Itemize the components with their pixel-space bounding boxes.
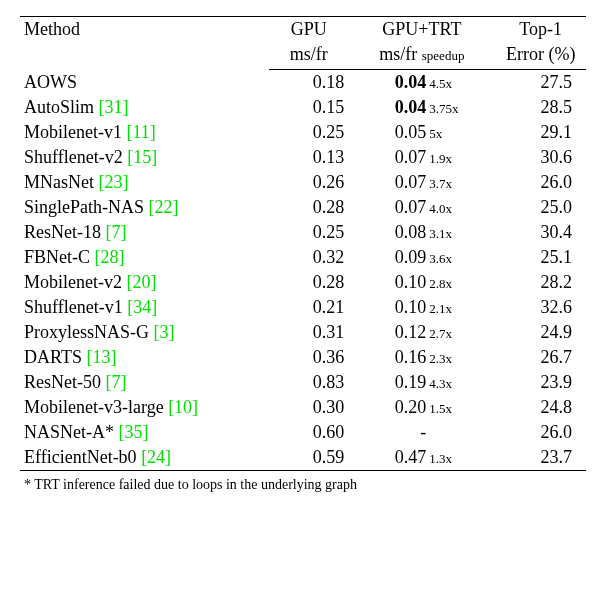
trt-speedup: 1.5x <box>426 401 459 417</box>
header-err-top: Top-1 <box>495 17 586 43</box>
cell-gpu: 0.15 <box>269 95 348 120</box>
table-row: AOWS0.180.044.5x27.5 <box>20 70 586 96</box>
cell-trt: 0.471.3x <box>348 445 495 471</box>
trt-value: 0.04 <box>384 97 426 118</box>
trt-speedup: 2.3x <box>426 351 459 367</box>
cell-trt: 0.093.6x <box>348 245 495 270</box>
cell-method: EfficientNet-b0 [24] <box>20 445 269 471</box>
table-row: Mobilenet-v2 [20]0.280.102.8x28.2 <box>20 270 586 295</box>
cell-trt: 0.073.7x <box>348 170 495 195</box>
trt-speedup: 1.9x <box>426 151 459 167</box>
citation-link[interactable]: [15] <box>127 147 157 167</box>
citation-link[interactable]: [20] <box>126 272 156 292</box>
cell-error: 30.4 <box>495 220 586 245</box>
trt-speedup: 1.3x <box>426 451 459 467</box>
method-name: ProxylessNAS-G <box>24 322 149 342</box>
citation-link[interactable]: [7] <box>105 372 126 392</box>
method-name: ResNet-18 <box>24 222 101 242</box>
citation-link[interactable]: [7] <box>105 222 126 242</box>
table-body: AOWS0.180.044.5x27.5AutoSlim [31]0.150.0… <box>20 70 586 471</box>
trt-value: 0.20 <box>384 397 426 418</box>
cell-trt: - <box>348 420 495 445</box>
trt-speedup: 3.1x <box>426 226 459 242</box>
citation-link[interactable]: [22] <box>149 197 179 217</box>
table-row: AutoSlim [31]0.150.043.75x28.5 <box>20 95 586 120</box>
cell-error: 23.7 <box>495 445 586 471</box>
method-name: NASNet-A* <box>24 422 114 442</box>
cell-error: 32.6 <box>495 295 586 320</box>
trt-speedup: 4.5x <box>426 76 459 92</box>
cell-error: 25.1 <box>495 245 586 270</box>
cell-trt: 0.194.3x <box>348 370 495 395</box>
trt-speedup: 3.7x <box>426 176 459 192</box>
method-name: Mobilenet-v2 <box>24 272 122 292</box>
trt-speedup: 5x <box>426 126 459 142</box>
cell-gpu: 0.21 <box>269 295 348 320</box>
citation-link[interactable]: [13] <box>86 347 116 367</box>
trt-speedup: 3.6x <box>426 251 459 267</box>
cell-error: 26.0 <box>495 420 586 445</box>
header-trt-bot-main: ms/fr <box>379 44 417 64</box>
cell-method: SinglePath-NAS [22] <box>20 195 269 220</box>
method-name: AutoSlim <box>24 97 94 117</box>
header-trt-bot-sub: speedup <box>422 48 465 63</box>
cell-method: AOWS <box>20 70 269 96</box>
cell-gpu: 0.36 <box>269 345 348 370</box>
trt-speedup: 2.8x <box>426 276 459 292</box>
trt-speedup: 3.75x <box>426 101 459 117</box>
cell-gpu: 0.18 <box>269 70 348 96</box>
cell-error: 25.0 <box>495 195 586 220</box>
trt-speedup: 2.1x <box>426 301 459 317</box>
cell-gpu: 0.31 <box>269 320 348 345</box>
citation-link[interactable]: [31] <box>99 97 129 117</box>
citation-link[interactable]: [3] <box>154 322 175 342</box>
trt-value: 0.07 <box>384 172 426 193</box>
method-name: Mobilenet-v1 <box>24 122 122 142</box>
method-name: FBNet-C <box>24 247 90 267</box>
cell-trt: 0.201.5x <box>348 395 495 420</box>
cell-method: ResNet-50 [7] <box>20 370 269 395</box>
cell-error: 24.9 <box>495 320 586 345</box>
cell-method: Mobilenet-v2 [20] <box>20 270 269 295</box>
citation-link[interactable]: [23] <box>99 172 129 192</box>
citation-link[interactable]: [35] <box>119 422 149 442</box>
trt-speedup: 4.0x <box>426 201 459 217</box>
cell-method: Shufflenet-v2 [15] <box>20 145 269 170</box>
cell-gpu: 0.28 <box>269 270 348 295</box>
table-row: MNasNet [23]0.260.073.7x26.0 <box>20 170 586 195</box>
header-trt-top: GPU+TRT <box>348 17 495 43</box>
trt-value: 0.10 <box>384 272 426 293</box>
trt-value: 0.12 <box>384 322 426 343</box>
table-row: ProxylessNAS-G [3]0.310.122.7x24.9 <box>20 320 586 345</box>
table-row: SinglePath-NAS [22]0.280.074.0x25.0 <box>20 195 586 220</box>
cell-trt: 0.102.8x <box>348 270 495 295</box>
citation-link[interactable]: [10] <box>168 397 198 417</box>
cell-error: 30.6 <box>495 145 586 170</box>
trt-value: 0.09 <box>384 247 426 268</box>
table-row: Shufflenet-v1 [34]0.210.102.1x32.6 <box>20 295 586 320</box>
citation-link[interactable]: [11] <box>126 122 155 142</box>
citation-link[interactable]: [34] <box>127 297 157 317</box>
method-name: SinglePath-NAS <box>24 197 144 217</box>
table-row: NASNet-A* [35]0.60-26.0 <box>20 420 586 445</box>
header-gpu-top: GPU <box>269 17 348 43</box>
cell-gpu: 0.83 <box>269 370 348 395</box>
citation-link[interactable]: [24] <box>141 447 171 467</box>
trt-value: 0.04 <box>384 72 426 93</box>
trt-value: 0.47 <box>384 447 426 468</box>
trt-value: 0.08 <box>384 222 426 243</box>
cell-gpu: 0.25 <box>269 120 348 145</box>
cell-error: 24.8 <box>495 395 586 420</box>
table-row: FBNet-C [28]0.320.093.6x25.1 <box>20 245 586 270</box>
method-name: Shufflenet-v1 <box>24 297 123 317</box>
cell-gpu: 0.60 <box>269 420 348 445</box>
citation-link[interactable]: [28] <box>95 247 125 267</box>
cell-gpu: 0.30 <box>269 395 348 420</box>
cell-gpu: 0.59 <box>269 445 348 471</box>
cell-method: ResNet-18 [7] <box>20 220 269 245</box>
table-row: Shufflenet-v2 [15]0.130.071.9x30.6 <box>20 145 586 170</box>
trt-value: - <box>384 422 426 443</box>
header-err-bot: Error (%) <box>495 42 586 70</box>
cell-trt: 0.083.1x <box>348 220 495 245</box>
cell-gpu: 0.28 <box>269 195 348 220</box>
